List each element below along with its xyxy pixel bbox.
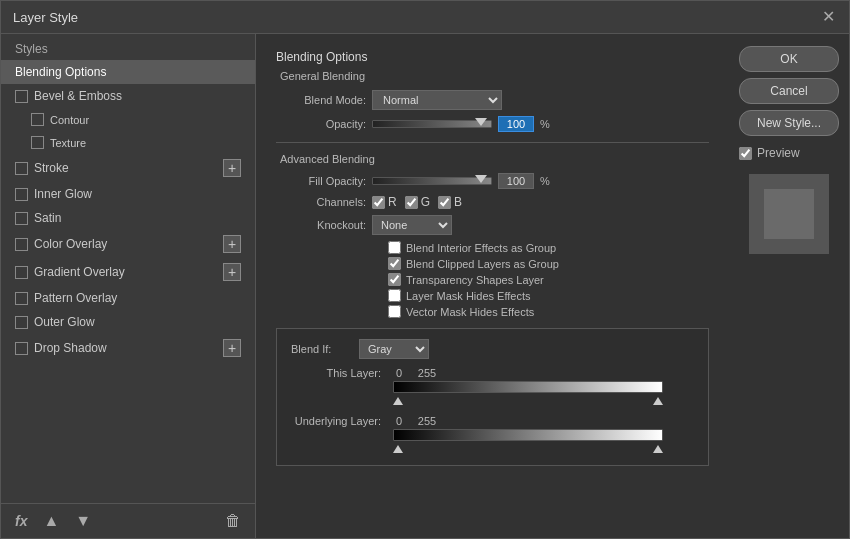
sidebar-item-color-overlay[interactable]: Color Overlay + <box>1 230 255 258</box>
this-layer-min: 0 <box>389 367 409 379</box>
sidebar-item-contour[interactable]: Contour <box>1 108 255 131</box>
dialog-title: Layer Style <box>13 10 78 25</box>
transparency-shapes-checkbox[interactable] <box>388 273 401 286</box>
underlying-layer-max: 255 <box>417 415 437 427</box>
fill-opacity-label: Fill Opacity: <box>276 175 366 187</box>
cancel-button[interactable]: Cancel <box>739 78 839 104</box>
transparency-shapes-option[interactable]: Transparency Shapes Layer <box>388 273 709 286</box>
satin-checkbox[interactable] <box>15 212 28 225</box>
outer-glow-checkbox[interactable] <box>15 316 28 329</box>
fill-opacity-value[interactable]: 100 <box>498 173 534 189</box>
channel-r[interactable]: R <box>372 195 397 209</box>
channels-row: Channels: R G B <box>276 195 709 209</box>
channel-r-checkbox[interactable] <box>372 196 385 209</box>
contour-checkbox[interactable] <box>31 113 44 126</box>
channel-b[interactable]: B <box>438 195 462 209</box>
sidebar-item-label: Bevel & Emboss <box>34 89 122 103</box>
blend-mode-select[interactable]: Normal Dissolve Multiply Screen Overlay <box>372 90 502 110</box>
blend-interior-option[interactable]: Blend Interior Effects as Group <box>388 241 709 254</box>
title-bar: Layer Style ✕ <box>1 1 849 34</box>
layer-style-dialog: Layer Style ✕ Styles Blending Options Be… <box>0 0 850 539</box>
sidebar-item-label: Satin <box>34 211 61 225</box>
sidebar-item-bevel-emboss[interactable]: Bevel & Emboss <box>1 84 255 108</box>
styles-label: Styles <box>1 34 255 60</box>
gradient-overlay-add-button[interactable]: + <box>223 263 241 281</box>
channel-b-checkbox[interactable] <box>438 196 451 209</box>
sidebar-item-gradient-overlay[interactable]: Gradient Overlay + <box>1 258 255 286</box>
sidebar-item-blending-options[interactable]: Blending Options <box>1 60 255 84</box>
inner-glow-checkbox[interactable] <box>15 188 28 201</box>
blend-mode-row: Blend Mode: Normal Dissolve Multiply Scr… <box>276 90 709 110</box>
blending-options-title: Blending Options <box>276 50 709 64</box>
vector-mask-option[interactable]: Vector Mask Hides Effects <box>388 305 709 318</box>
sidebar-bottom-bar: fx ▲ ▼ 🗑 <box>1 503 255 538</box>
underlying-layer-slider[interactable] <box>393 429 663 441</box>
this-layer-row: This Layer: 0 255 <box>291 367 694 379</box>
sidebar-item-inner-glow[interactable]: Inner Glow <box>1 182 255 206</box>
stroke-add-button[interactable]: + <box>223 159 241 177</box>
drop-shadow-add-button[interactable]: + <box>223 339 241 357</box>
sidebar-item-label: Gradient Overlay <box>34 265 125 279</box>
texture-checkbox[interactable] <box>31 136 44 149</box>
sidebar-item-pattern-overlay[interactable]: Pattern Overlay <box>1 286 255 310</box>
preview-checkbox[interactable] <box>739 147 752 160</box>
vector-mask-checkbox[interactable] <box>388 305 401 318</box>
channel-g[interactable]: G <box>405 195 430 209</box>
sidebar-item-stroke[interactable]: Stroke + <box>1 154 255 182</box>
this-layer-left-handle[interactable] <box>393 397 403 405</box>
sidebar-item-label: Outer Glow <box>34 315 95 329</box>
new-style-button[interactable]: New Style... <box>739 110 839 136</box>
sidebar-item-label: Contour <box>50 114 89 126</box>
knockout-label: Knockout: <box>276 219 366 231</box>
preview-label: Preview <box>757 146 800 160</box>
blend-if-select[interactable]: Gray Red Green Blue <box>359 339 429 359</box>
opacity-row: Opacity: 100 % <box>276 116 709 132</box>
color-overlay-add-button[interactable]: + <box>223 235 241 253</box>
this-layer-right-handle[interactable] <box>653 397 663 405</box>
sidebar-item-label: Drop Shadow <box>34 341 107 355</box>
opacity-handle[interactable] <box>475 118 487 126</box>
sidebar-item-satin[interactable]: Satin <box>1 206 255 230</box>
dialog-body: Styles Blending Options Bevel & Emboss C… <box>1 34 849 538</box>
gradient-overlay-checkbox[interactable] <box>15 266 28 279</box>
fill-opacity-row: Fill Opacity: 100 % <box>276 173 709 189</box>
blend-if-section: Blend If: Gray Red Green Blue This Layer… <box>276 328 709 466</box>
color-overlay-checkbox[interactable] <box>15 238 28 251</box>
blend-clipped-checkbox[interactable] <box>388 257 401 270</box>
pattern-overlay-checkbox[interactable] <box>15 292 28 305</box>
stroke-checkbox[interactable] <box>15 162 28 175</box>
sidebar-item-drop-shadow[interactable]: Drop Shadow + <box>1 334 255 362</box>
this-layer-label: This Layer: <box>291 367 381 379</box>
right-panel: OK Cancel New Style... Preview <box>729 34 849 538</box>
fill-opacity-handle[interactable] <box>475 175 487 183</box>
layer-mask-checkbox[interactable] <box>388 289 401 302</box>
layer-mask-option[interactable]: Layer Mask Hides Effects <box>388 289 709 302</box>
sidebar-item-texture[interactable]: Texture <box>1 131 255 154</box>
opacity-percent: % <box>540 118 550 130</box>
underlying-layer-left-handle[interactable] <box>393 445 403 453</box>
this-layer-max: 255 <box>417 367 437 379</box>
move-up-button[interactable]: ▲ <box>39 510 63 532</box>
sidebar-item-outer-glow[interactable]: Outer Glow <box>1 310 255 334</box>
delete-button[interactable]: 🗑 <box>221 510 245 532</box>
fx-button[interactable]: fx <box>11 511 31 531</box>
underlying-layer-right-handle[interactable] <box>653 445 663 453</box>
blend-interior-checkbox[interactable] <box>388 241 401 254</box>
sidebar-item-label: Pattern Overlay <box>34 291 117 305</box>
close-button[interactable]: ✕ <box>820 9 837 25</box>
bevel-emboss-checkbox[interactable] <box>15 90 28 103</box>
drop-shadow-checkbox[interactable] <box>15 342 28 355</box>
center-panel: Blending Options General Blending Blend … <box>256 34 729 538</box>
opacity-slider[interactable] <box>372 120 492 128</box>
move-down-button[interactable]: ▼ <box>71 510 95 532</box>
knockout-select[interactable]: None Shallow Deep <box>372 215 452 235</box>
fill-opacity-slider[interactable] <box>372 177 492 185</box>
sidebar-item-label: Color Overlay <box>34 237 107 251</box>
this-layer-slider[interactable] <box>393 381 663 393</box>
opacity-value[interactable]: 100 <box>498 116 534 132</box>
sidebar-item-label: Texture <box>50 137 86 149</box>
preview-box <box>749 174 829 254</box>
blend-clipped-option[interactable]: Blend Clipped Layers as Group <box>388 257 709 270</box>
ok-button[interactable]: OK <box>739 46 839 72</box>
channel-g-checkbox[interactable] <box>405 196 418 209</box>
